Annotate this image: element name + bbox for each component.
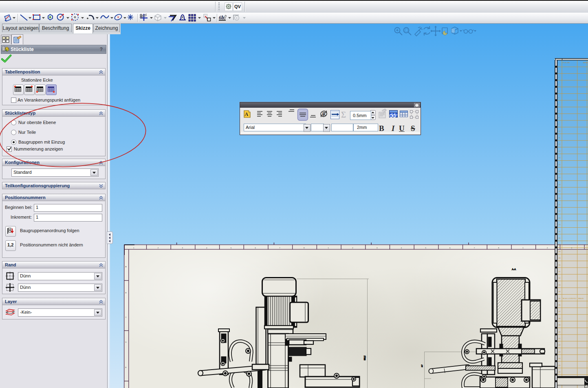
svg-text:A: A — [126, 266, 127, 268]
svg-text:43: 43 — [559, 351, 561, 353]
svg-text:M-001 4 DIN 912: M-001 4 DIN 912 — [563, 297, 577, 299]
svg-text:8: 8 — [304, 247, 305, 249]
svg-text:39: 39 — [559, 324, 561, 326]
svg-text:A: A — [245, 111, 249, 117]
svg-text:6: 6 — [449, 247, 451, 249]
svg-text:7: 7 — [279, 247, 280, 249]
svg-text:15: 15 — [559, 164, 561, 166]
svg-text:24: 24 — [559, 224, 561, 226]
svg-text:20: 20 — [559, 197, 561, 199]
svg-text:3: 3 — [377, 247, 378, 249]
svg-text:32: 32 — [559, 277, 561, 279]
svg-text:5: 5 — [425, 247, 426, 249]
svg-text:12: 12 — [559, 143, 561, 145]
svg-text:14: 14 — [559, 157, 561, 159]
svg-text:21: 21 — [559, 204, 561, 206]
svg-text:44: 44 — [559, 357, 561, 359]
svg-text:26: 26 — [559, 237, 561, 239]
svg-text:10: 10 — [559, 130, 561, 132]
svg-text:33: 33 — [559, 284, 561, 286]
svg-text:6: 6 — [255, 247, 256, 249]
svg-text:23: 23 — [559, 217, 561, 219]
svg-text:E: E — [126, 366, 127, 368]
svg-text:S: S — [411, 124, 415, 133]
svg-text:1: 1 — [328, 247, 329, 249]
svg-text:30: 30 — [559, 264, 561, 266]
svg-text:5: 5 — [231, 247, 232, 249]
svg-text:M8x30: M8x30 — [578, 297, 584, 299]
svg-text:1: 1 — [522, 247, 524, 249]
svg-text:U: U — [399, 124, 405, 133]
svg-text:A-A: A-A — [512, 268, 516, 270]
svg-text:22: 22 — [559, 210, 561, 212]
svg-text:18: 18 — [559, 184, 561, 186]
svg-text:41: 41 — [559, 337, 561, 339]
svg-text:POS-NR.: POS-NR. — [563, 62, 570, 64]
svg-text:35: 35 — [559, 297, 561, 299]
svg-text:BENENNUNG: BENENNUNG — [583, 62, 588, 64]
svg-text:600,5: 600,5 — [364, 355, 366, 360]
svg-text:27: 27 — [559, 244, 561, 246]
svg-text:B: B — [379, 124, 384, 133]
svg-text:42: 42 — [559, 344, 561, 346]
svg-text:4: 4 — [206, 247, 207, 249]
svg-text:36: 36 — [559, 304, 561, 306]
svg-text:2: 2 — [547, 247, 548, 249]
svg-text:13: 13 — [559, 150, 561, 152]
svg-text:C: C — [126, 316, 127, 318]
svg-text:2: 2 — [158, 247, 159, 249]
svg-text:34: 34 — [559, 290, 561, 293]
svg-text:17: 17 — [559, 177, 561, 179]
svg-text:38: 38 — [559, 317, 561, 319]
svg-text:7: 7 — [474, 247, 475, 249]
svg-text:46: 46 — [559, 371, 561, 373]
svg-text:Σ: Σ — [341, 110, 346, 120]
svg-text:31: 31 — [559, 270, 561, 273]
svg-text:25: 25 — [559, 231, 561, 233]
svg-text:B: B — [126, 292, 127, 294]
svg-text:37: 37 — [559, 310, 561, 313]
svg-text:8: 8 — [498, 247, 500, 249]
svg-text:2: 2 — [352, 247, 353, 249]
svg-text:1: 1 — [133, 247, 134, 249]
svg-text:16: 16 — [559, 170, 561, 172]
svg-text:40: 40 — [559, 331, 561, 333]
svg-text:D: D — [126, 341, 127, 343]
svg-text:45: 45 — [559, 364, 561, 366]
svg-text:117: 117 — [421, 364, 423, 367]
svg-text:3: 3 — [182, 247, 183, 249]
svg-text:28: 28 — [559, 251, 561, 253]
svg-text:I: I — [391, 124, 395, 133]
svg-text:11: 11 — [559, 137, 561, 139]
svg-text:29: 29 — [559, 257, 561, 259]
svg-text:4: 4 — [401, 247, 402, 249]
svg-text:19: 19 — [559, 190, 561, 192]
